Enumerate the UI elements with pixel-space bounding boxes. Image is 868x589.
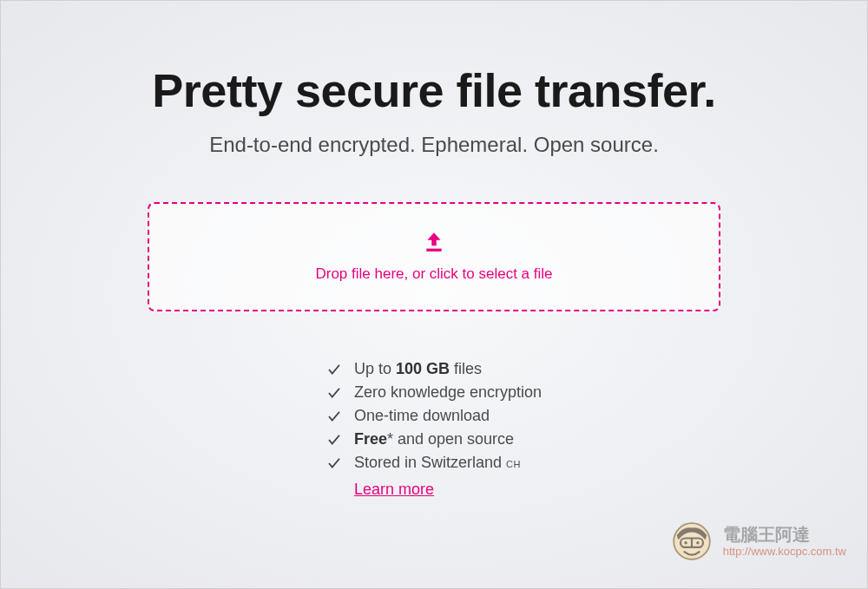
svg-rect-0 xyxy=(426,249,441,252)
list-item: Free* and open source xyxy=(326,430,514,448)
feature-text: Stored in Switzerland CH xyxy=(354,454,521,472)
check-icon xyxy=(326,432,342,448)
upload-icon xyxy=(423,231,445,253)
features-list: Up to 100 GB files Zero knowledge encryp… xyxy=(326,360,542,499)
svg-point-5 xyxy=(696,541,699,544)
dropzone-label: Drop file here, or click to select a fil… xyxy=(315,265,552,283)
feature-text: Zero knowledge encryption xyxy=(354,383,542,402)
page-container: Pretty secure file transfer. End-to-end … xyxy=(0,0,868,589)
check-icon xyxy=(326,385,342,401)
page-title: Pretty secure file transfer. xyxy=(152,63,715,117)
check-icon xyxy=(326,362,342,377)
watermark-url: http://www.kocpc.com.tw xyxy=(723,545,846,559)
mascot-icon xyxy=(669,519,714,564)
check-icon xyxy=(326,455,342,471)
svg-point-4 xyxy=(684,541,687,544)
watermark-title: 電腦王阿達 xyxy=(723,524,846,545)
feature-text: Free* and open source xyxy=(354,430,514,448)
list-item: Zero knowledge encryption xyxy=(326,383,542,402)
feature-text: Up to 100 GB files xyxy=(354,360,482,378)
list-item: Stored in Switzerland CH xyxy=(326,454,521,472)
watermark-text: 電腦王阿達 http://www.kocpc.com.tw xyxy=(723,524,846,559)
check-icon xyxy=(326,409,342,424)
list-item: One-time download xyxy=(326,407,490,425)
feature-text: One-time download xyxy=(354,407,490,425)
learn-more-link[interactable]: Learn more xyxy=(354,481,434,499)
page-subtitle: End-to-end encrypted. Ephemeral. Open so… xyxy=(209,133,659,157)
watermark: 電腦王阿達 http://www.kocpc.com.tw xyxy=(669,519,846,564)
list-item: Up to 100 GB files xyxy=(326,360,482,378)
file-dropzone[interactable]: Drop file here, or click to select a fil… xyxy=(148,202,720,311)
